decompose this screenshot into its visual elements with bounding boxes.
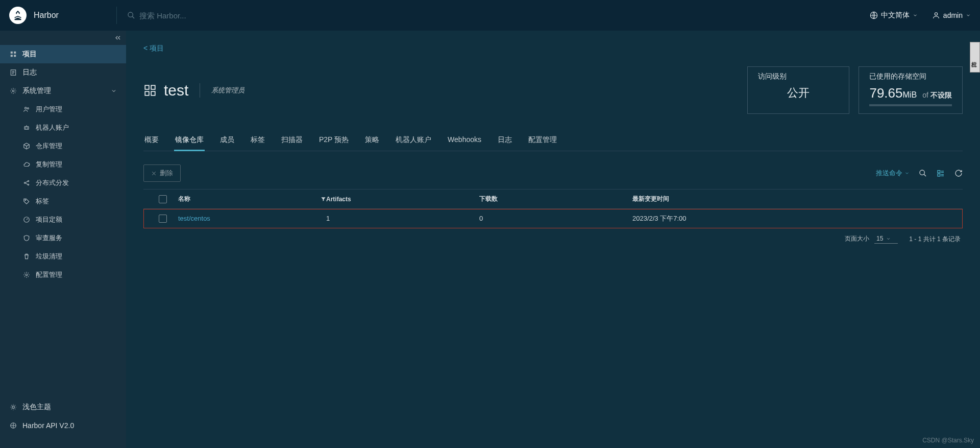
tab-robots[interactable]: 机器人账户: [395, 131, 432, 151]
access-level-value: 公开: [758, 85, 839, 101]
language-label: 中文简体: [881, 11, 910, 20]
project-title: test: [143, 82, 188, 99]
sidebar-item-label: Harbor API V2.0: [22, 421, 74, 430]
svg-rect-31: [151, 85, 155, 89]
sidebar-item-label: 仓库管理: [36, 142, 62, 151]
search-input[interactable]: [138, 11, 291, 20]
breadcrumb-back[interactable]: < 项目: [143, 44, 164, 52]
robot-icon: [22, 124, 31, 131]
tab-repositories[interactable]: 镜像仓库: [174, 131, 205, 151]
sidebar-item-label: 用户管理: [36, 105, 62, 114]
delete-button[interactable]: 删除: [143, 164, 181, 182]
svg-point-14: [27, 108, 29, 109]
row-checkbox[interactable]: [159, 215, 167, 223]
col-name[interactable]: 名称: [178, 195, 190, 203]
project-tabs: 概要 镜像仓库 成员 标签 扫描器 P2P 预热 策略 机器人账户 Webhoo…: [143, 131, 963, 151]
push-command-dropdown[interactable]: 推送命令: [876, 169, 910, 178]
repo-link[interactable]: test/centos: [178, 215, 210, 222]
tab-members[interactable]: 成员: [219, 131, 235, 151]
tab-p2p[interactable]: P2P 预热: [318, 131, 350, 151]
tab-policy[interactable]: 策略: [364, 131, 380, 151]
pagination: 页面大小 15 1 - 1 共计 1 条记录: [143, 228, 963, 250]
sidebar-item-interrogation[interactable]: 审查服务: [0, 229, 126, 247]
sidebar-item-label: 项目: [22, 50, 37, 59]
tab-config[interactable]: 配置管理: [527, 131, 558, 151]
admin-icon: [9, 87, 17, 95]
sidebar-item-label: 日志: [22, 68, 37, 77]
svg-point-21: [28, 184, 29, 185]
card-view-icon[interactable]: [936, 169, 945, 177]
header-separator: [116, 7, 117, 24]
svg-point-36: [920, 170, 924, 175]
col-artifacts[interactable]: Artifacts: [326, 196, 351, 203]
harbor-logo-icon: [9, 7, 27, 24]
storage-value: 79.65: [869, 85, 902, 101]
page-size-select[interactable]: 15: [874, 235, 898, 244]
col-downloads[interactable]: 下载数: [479, 195, 498, 203]
tab-logs[interactable]: 日志: [497, 131, 513, 151]
svg-point-12: [12, 90, 14, 92]
close-icon: [151, 171, 157, 176]
refresh-icon[interactable]: [954, 169, 963, 177]
filter-search-icon[interactable]: [919, 169, 927, 177]
storage-limit: 不设限: [930, 91, 952, 99]
svg-line-22: [26, 181, 28, 182]
sidebar-item-label: 机器人账户: [36, 123, 69, 132]
trash-icon: [22, 253, 31, 260]
access-level-caption: 访问级别: [758, 72, 839, 81]
sidebar-item-administration[interactable]: 系统管理: [0, 82, 126, 100]
sidebar-item-quotas[interactable]: 项目定额: [0, 210, 126, 229]
svg-point-28: [12, 406, 15, 409]
delete-label: 删除: [160, 169, 173, 178]
collapse-sidebar-icon[interactable]: [114, 34, 122, 42]
tag-icon: [22, 198, 31, 205]
sidebar-item-replication[interactable]: 复制管理: [0, 155, 126, 174]
sidebar-item-robot-accounts[interactable]: 机器人账户: [0, 119, 126, 137]
main-content: < 项目 test 系统管理员 访问级别 公开 已使用的存储空间: [126, 31, 980, 448]
tab-scanner[interactable]: 扫描器: [280, 131, 304, 151]
svg-line-23: [26, 183, 28, 184]
col-updated[interactable]: 最新变更时间: [632, 195, 669, 203]
sidebar-item-configuration[interactable]: 配置管理: [0, 266, 126, 284]
user-menu[interactable]: admin: [932, 11, 971, 19]
table-row[interactable]: test/centos 1 0 2023/2/3 下午7:00: [143, 209, 963, 228]
svg-rect-32: [145, 91, 149, 96]
language-switcher[interactable]: 中文简体: [870, 11, 918, 20]
tab-summary[interactable]: 概要: [143, 131, 160, 151]
svg-point-13: [25, 107, 27, 109]
sidebar-item-label: 垃圾清理: [36, 252, 62, 261]
svg-rect-6: [11, 55, 13, 57]
svg-line-37: [924, 174, 926, 176]
role-separator: [200, 83, 200, 98]
chevron-down-icon: [886, 237, 891, 241]
sidebar-item-registries[interactable]: 仓库管理: [0, 137, 126, 155]
page-size-value: 15: [876, 235, 883, 242]
sidebar-item-gc[interactable]: 垃圾清理: [0, 247, 126, 266]
api-icon: [9, 422, 17, 429]
sun-icon: [9, 404, 17, 411]
globe-icon: [870, 11, 878, 19]
svg-line-1: [132, 16, 134, 18]
global-search[interactable]: [127, 11, 291, 20]
brand[interactable]: Harbor: [9, 7, 106, 24]
sidebar-item-users[interactable]: 用户管理: [0, 100, 126, 119]
select-all-checkbox[interactable]: [159, 195, 167, 203]
sidebar-item-distribution[interactable]: 分布式分发: [0, 174, 126, 192]
row-artifacts: 1: [326, 215, 479, 222]
sidebar-item-theme[interactable]: 浅色主题: [0, 398, 126, 416]
product-name: Harbor: [34, 11, 59, 20]
storage-bar: [869, 104, 952, 106]
tab-webhooks[interactable]: Webhooks: [447, 131, 482, 151]
chevron-down-icon: [966, 13, 971, 18]
sidebar-item-api[interactable]: Harbor API V2.0: [0, 416, 126, 435]
filter-icon[interactable]: [321, 196, 326, 202]
sidebar-item-logs[interactable]: 日志: [0, 63, 126, 82]
tab-labels[interactable]: 标签: [250, 131, 266, 151]
chevron-down-icon: [913, 13, 918, 18]
side-drawer-handle[interactable]: 拉出栏: [970, 42, 980, 73]
svg-point-0: [128, 12, 133, 17]
sidebar-item-projects[interactable]: 项目: [0, 45, 126, 63]
cloud-icon: [22, 161, 31, 168]
sidebar-item-labels[interactable]: 标签: [0, 192, 126, 210]
project-icon: [143, 84, 157, 97]
